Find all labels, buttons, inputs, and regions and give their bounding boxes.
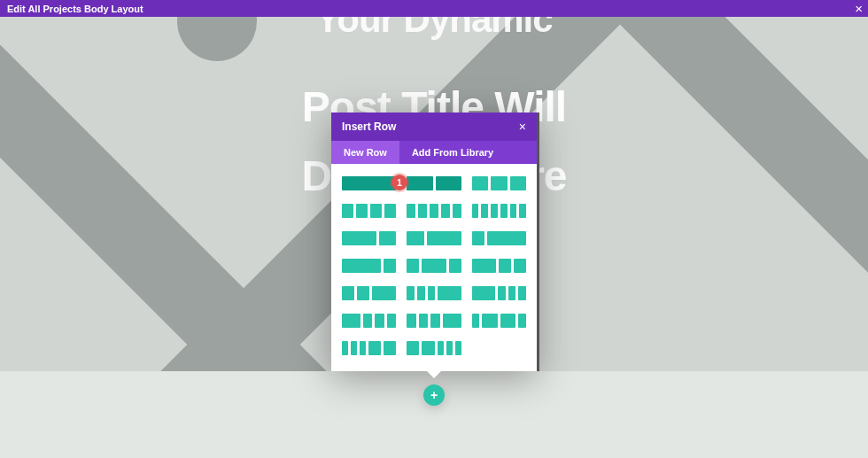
layout-3col[interactable] bbox=[472, 176, 526, 190]
editor-top-bar: Edit All Projects Body Layout × bbox=[0, 0, 868, 17]
layout-1-3[interactable] bbox=[472, 231, 526, 245]
layout-1-2-1[interactable] bbox=[407, 259, 461, 273]
layout-1-3-1[interactable] bbox=[407, 286, 461, 300]
add-row-button[interactable]: + bbox=[423, 384, 445, 406]
layout-1-2[interactable] bbox=[407, 231, 461, 245]
insert-row-modal: Insert Row × New Row Add From Library bbox=[331, 113, 537, 371]
layout-5col[interactable] bbox=[407, 204, 461, 218]
layout-3-1-1[interactable] bbox=[472, 286, 526, 300]
layout-1col[interactable] bbox=[342, 176, 396, 190]
hero-title-line: Your Dynamic bbox=[0, 17, 868, 43]
layout-1-1-2[interactable] bbox=[342, 286, 396, 300]
layout-2-1-1[interactable] bbox=[472, 259, 526, 273]
row-layout-options bbox=[331, 164, 537, 371]
layout-3-1[interactable] bbox=[342, 259, 396, 273]
layout-2col[interactable] bbox=[407, 176, 461, 190]
layout-2-1-1-1[interactable] bbox=[342, 314, 396, 328]
plus-icon: + bbox=[430, 388, 438, 402]
modal-shadow-edge bbox=[537, 113, 539, 371]
tab-add-from-library[interactable]: Add From Library bbox=[399, 141, 506, 164]
modal-pointer bbox=[426, 370, 442, 378]
tab-new-row[interactable]: New Row bbox=[331, 141, 399, 164]
close-icon[interactable]: × bbox=[855, 2, 863, 15]
modal-tabs: New Row Add From Library bbox=[331, 141, 537, 164]
layout-narrow-wide-set[interactable] bbox=[342, 341, 396, 355]
layout-4col[interactable] bbox=[342, 204, 396, 218]
editor-top-bar-title: Edit All Projects Body Layout bbox=[7, 4, 143, 14]
close-icon[interactable]: × bbox=[519, 120, 526, 134]
layout-6col[interactable] bbox=[472, 204, 526, 218]
annotation-badge: 1 bbox=[391, 175, 407, 190]
modal-title: Insert Row bbox=[342, 120, 396, 133]
layout-wide-narrow-set[interactable] bbox=[407, 341, 461, 355]
layout-1-2-2-1[interactable] bbox=[472, 314, 526, 328]
modal-header: Insert Row × bbox=[331, 113, 537, 141]
layout-2-1[interactable] bbox=[342, 231, 396, 245]
layout-1-1-1-2[interactable] bbox=[407, 314, 461, 328]
